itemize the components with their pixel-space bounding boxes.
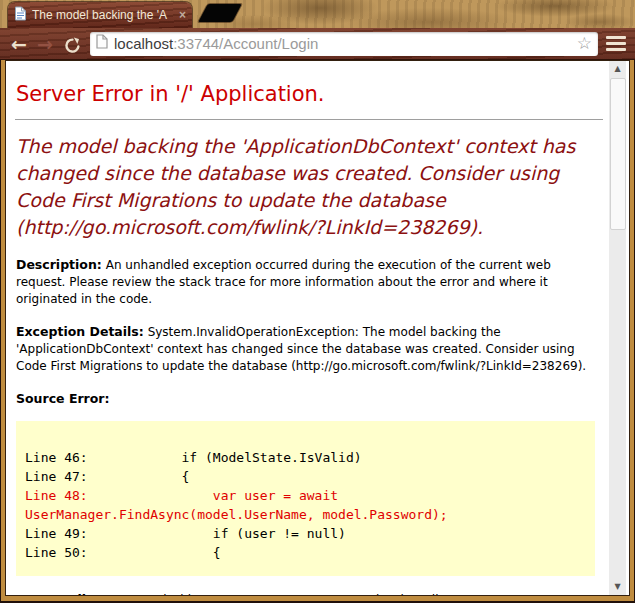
description-label: Description: [16,257,102,272]
description-paragraph: Description: An unhandled exception occu… [16,256,603,308]
page-icon [96,34,108,53]
vertical-scrollbar[interactable]: ▲ ▼ [609,61,626,595]
code-line: Line 46: if (ModelState.IsValid) [25,448,587,467]
forward-button[interactable]: → [32,31,58,57]
scroll-up-icon[interactable]: ▲ [609,61,626,77]
code-line: Line 47: { [25,467,587,486]
url-path: :33744/Account/Login [173,35,318,52]
bookmark-star-icon[interactable]: ☆ [577,35,592,52]
source-error-heading: Source Error: [16,390,603,408]
scroll-down-icon[interactable]: ▼ [609,579,626,595]
browser-tab[interactable]: The model backing the 'A × [8,2,192,28]
source-file-label: Source File: [16,592,99,595]
scrollbar-thumb[interactable] [610,78,626,230]
source-file-path: c:\Users\njoshi.MCNSOLUTIONS\Documents\V… [16,593,565,595]
tab-strip: The model backing the 'A × [0,0,635,28]
page-title: Server Error in '/' Application. [16,82,603,106]
page-viewport: Server Error in '/' Application. The mod… [5,60,630,596]
window-frame: Server Error in '/' Application. The mod… [1,60,634,601]
code-line: UserManager.FindAsync(model.UserName, mo… [25,505,587,524]
tab-close-icon[interactable]: × [179,9,186,21]
asp-net-error-page: Server Error in '/' Application. The mod… [6,61,609,595]
divider [15,119,603,120]
exception-label: Exception Details: [16,324,144,339]
code-line: Line 50: { [25,543,587,562]
back-button[interactable]: ← [6,31,32,57]
browser-window: The model backing the 'A × ← → localhost… [0,0,635,603]
url-text[interactable]: localhost:33744/Account/Login [114,35,571,52]
new-tab-button[interactable] [198,4,242,22]
menu-button[interactable] [606,36,626,51]
url-host: localhost [114,35,173,52]
source-code-box: Line 46: if (ModelState.IsValid)Line 47:… [16,421,595,576]
address-bar[interactable]: localhost:33744/Account/Login ☆ [90,32,598,56]
reload-icon[interactable] [58,31,86,57]
source-file-paragraph: Source File: c:\Users\njoshi.MCNSOLUTION… [16,591,603,595]
document-favicon-icon [14,6,27,25]
browser-toolbar: ← → localhost:33744/Account/Login ☆ [0,28,635,60]
error-summary: The model backing the 'ApplicationDbCont… [16,133,594,241]
code-line: Line 48: var user = await [25,486,587,505]
exception-paragraph: Exception Details: System.InvalidOperati… [16,323,603,375]
code-line: Line 49: if (user != null) [25,524,587,543]
tab-title: The model backing the 'A [32,8,174,22]
